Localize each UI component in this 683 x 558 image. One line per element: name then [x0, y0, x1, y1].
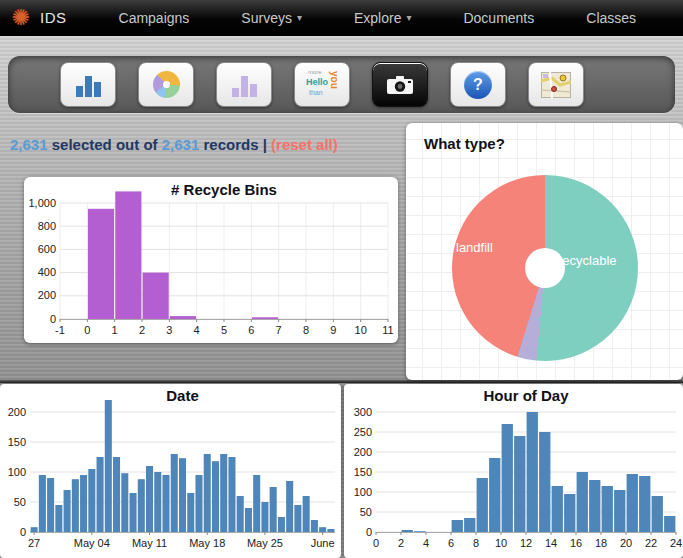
svg-text:4: 4: [194, 324, 200, 336]
pie-chart-icon: [153, 71, 180, 98]
word-cloud-button[interactable]: more Hello than you: [294, 62, 350, 107]
separator: |: [263, 136, 267, 153]
svg-text:100: 100: [8, 466, 26, 478]
svg-text:6: 6: [448, 537, 454, 549]
records-label: records: [203, 136, 258, 153]
bar-chart-icon: [73, 72, 103, 98]
svg-text:200: 200: [38, 289, 56, 301]
pie-slice-label-recyclable: recyclable: [558, 253, 617, 268]
svg-text:200: 200: [8, 406, 26, 418]
svg-text:May 04: May 04: [74, 537, 110, 549]
bar-chart-button[interactable]: [60, 62, 116, 107]
word-cloud-word: than: [309, 89, 323, 96]
nav-item-classes[interactable]: Classes: [560, 10, 662, 26]
date-chart[interactable]: 27May 04May 11May 18May 25June0501001502…: [0, 384, 341, 558]
pie-slice-label-landfill: landfill: [456, 240, 493, 255]
svg-text:-1: -1: [55, 324, 65, 336]
svg-text:May 11: May 11: [132, 537, 167, 549]
brand-home-link[interactable]: ✺ IDS: [0, 5, 79, 31]
nav-item-campaigns[interactable]: Campaigns: [93, 10, 216, 26]
chart-toolbar: more Hello than you ?: [8, 56, 675, 113]
svg-text:2: 2: [398, 537, 404, 549]
svg-text:0: 0: [373, 537, 379, 549]
nav-item-label: Explore: [354, 10, 401, 26]
nav-item-label: Surveys: [241, 10, 292, 26]
ids-logo-icon: ✺: [8, 5, 34, 31]
svg-text:2: 2: [139, 324, 145, 336]
svg-text:6: 6: [248, 324, 254, 336]
histogram-icon: [229, 72, 259, 98]
svg-text:4: 4: [423, 537, 429, 549]
svg-text:3: 3: [166, 324, 172, 336]
pie-chart-button[interactable]: [138, 62, 194, 107]
svg-text:1,000: 1,000: [28, 197, 56, 209]
date-panel: 27May 04May 11May 18May 25June0501001502…: [0, 384, 341, 558]
svg-text:7: 7: [276, 324, 282, 336]
svg-text:150: 150: [354, 466, 372, 478]
hour-of-day-panel: 024681012141618202224050100150200250300H…: [344, 384, 683, 558]
map-icon: [541, 72, 571, 98]
nav-item-label: Campaigns: [119, 10, 190, 26]
nav-item-surveys[interactable]: Surveys ▾: [215, 10, 328, 26]
svg-text:300: 300: [354, 406, 372, 418]
help-icon: ?: [464, 71, 492, 99]
svg-text:600: 600: [38, 243, 56, 255]
status-text: selected out of: [52, 136, 158, 153]
chevron-down-icon: ▾: [406, 12, 411, 23]
svg-text:24: 24: [670, 537, 682, 549]
word-cloud-word: more: [308, 69, 322, 75]
svg-text:# Recycle Bins: # Recycle Bins: [171, 181, 277, 198]
svg-text:800: 800: [38, 220, 56, 232]
word-cloud-icon: more Hello than you: [304, 68, 340, 101]
svg-text:27: 27: [28, 537, 40, 549]
word-cloud-word: Hello: [306, 77, 328, 87]
section-divider: [0, 380, 683, 383]
top-nav: ✺ IDS Campaigns Surveys ▾ Explore ▾ Docu…: [0, 0, 683, 36]
status-line: 2,631 selected out of 2,631 records | (r…: [10, 136, 338, 153]
histogram-button[interactable]: [216, 62, 272, 107]
svg-text:May 25: May 25: [247, 537, 283, 549]
nav-item-explore[interactable]: Explore ▾: [328, 10, 438, 26]
total-count: 2,631: [162, 136, 200, 153]
nav-menu: Campaigns Surveys ▾ Explore ▾ Documents …: [93, 10, 663, 26]
svg-text:12: 12: [520, 537, 532, 549]
pie-chart-title: What type?: [424, 135, 505, 152]
svg-text:June: June: [311, 537, 335, 549]
svg-text:5: 5: [221, 324, 227, 336]
svg-text:50: 50: [14, 496, 26, 508]
svg-text:May 18: May 18: [189, 537, 225, 549]
nav-item-label: Documents: [463, 10, 534, 26]
svg-text:0: 0: [20, 526, 26, 538]
svg-text:14: 14: [545, 537, 557, 549]
svg-text:20: 20: [620, 537, 632, 549]
svg-text:150: 150: [8, 436, 26, 448]
svg-text:8: 8: [473, 537, 479, 549]
svg-text:100: 100: [354, 486, 372, 498]
svg-text:250: 250: [354, 426, 372, 438]
camera-snapshot-button[interactable]: [372, 62, 428, 107]
help-button[interactable]: ?: [450, 62, 506, 107]
nav-item-documents[interactable]: Documents: [437, 10, 560, 26]
svg-text:200: 200: [354, 446, 372, 458]
reset-all-link[interactable]: (reset all): [271, 136, 338, 153]
svg-text:Hour of Day: Hour of Day: [483, 387, 569, 404]
svg-text:400: 400: [38, 266, 56, 278]
svg-text:0: 0: [50, 313, 56, 325]
svg-text:22: 22: [645, 537, 657, 549]
svg-text:1: 1: [112, 324, 118, 336]
svg-text:50: 50: [360, 506, 372, 518]
what-type-panel: What type? landfill recyclable: [406, 123, 683, 380]
svg-text:Date: Date: [166, 387, 199, 404]
map-button[interactable]: [528, 62, 584, 107]
svg-text:8: 8: [303, 324, 309, 336]
recycle-bins-chart[interactable]: -10123456789101102004006008001,000# Recy…: [24, 177, 398, 343]
svg-text:11: 11: [382, 324, 393, 336]
word-cloud-word: you: [329, 71, 340, 89]
svg-text:9: 9: [330, 324, 336, 336]
selected-count: 2,631: [10, 136, 48, 153]
hour-of-day-chart[interactable]: 024681012141618202224050100150200250300H…: [344, 384, 683, 558]
svg-text:10: 10: [495, 537, 507, 549]
svg-text:0: 0: [366, 526, 372, 538]
nav-item-label: Classes: [586, 10, 636, 26]
svg-text:0: 0: [84, 324, 90, 336]
